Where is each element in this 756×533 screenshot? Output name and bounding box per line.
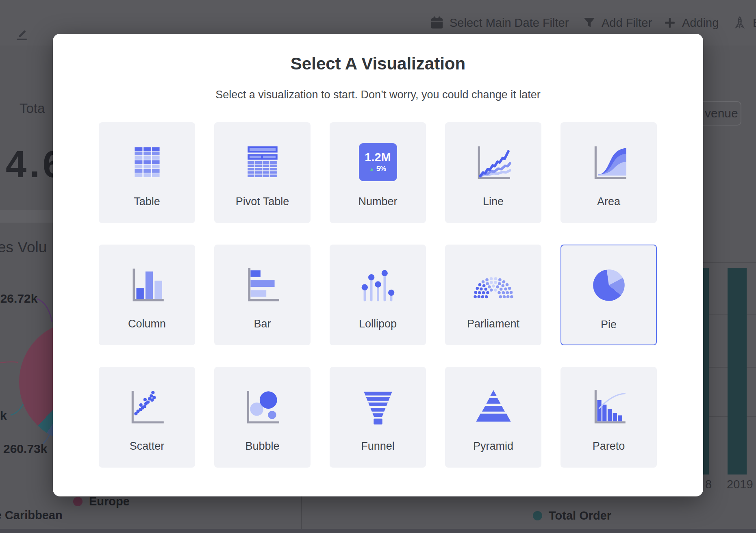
viz-tile-label: Column: [128, 318, 166, 330]
scatter-chart-icon: [126, 386, 168, 427]
viz-tile-label: Bubble: [245, 440, 279, 453]
viz-tile-area[interactable]: Area: [560, 122, 657, 223]
pyramid-chart-icon: [473, 386, 514, 427]
legend-label-europe: Europe: [89, 495, 130, 508]
pie-value-label-top: 226.72k: [0, 292, 37, 306]
viz-tile-label: Table: [134, 195, 160, 208]
modal-title: Select A Visualization: [53, 54, 703, 74]
table-icon: [126, 141, 168, 183]
viz-tile-pivot-table[interactable]: Pivot Table: [214, 122, 311, 223]
area-chart-icon: [588, 141, 630, 183]
viz-tile-bubble[interactable]: Bubble: [214, 367, 311, 468]
viz-tile-table[interactable]: Table: [99, 122, 195, 223]
funnel-chart-icon: [357, 386, 399, 427]
viz-tile-column[interactable]: Column: [99, 245, 195, 345]
legend-item-total-order[interactable]: Total Order: [533, 509, 611, 522]
viz-tile-lollipop[interactable]: Lollipop: [330, 245, 426, 345]
viz-tile-funnel[interactable]: Funnel: [330, 367, 426, 468]
legend-item-europe[interactable]: Europe: [73, 495, 130, 508]
boost-button[interactable]: B: [732, 0, 756, 46]
legend-dot-total-order: [533, 511, 542, 520]
viz-tile-label: Scatter: [130, 440, 165, 453]
select-visualization-modal: Select A Visualization Select a visualiz…: [53, 34, 703, 496]
modal-subtitle: Select a visualization to start. Don’t w…: [53, 89, 703, 101]
visualization-tile-grid: Table Pivot Table: [99, 122, 657, 468]
viz-tile-label: Pareto: [593, 440, 625, 453]
viz-tile-pie[interactable]: Pie: [560, 245, 657, 345]
viz-tile-label: Line: [483, 195, 504, 208]
calendar-icon: [430, 16, 444, 30]
viz-tile-bar[interactable]: Bar: [214, 245, 311, 345]
bar-chart-icon: [242, 264, 283, 305]
section-title-partial: es Volu: [0, 239, 47, 256]
kpi-title-partial: Tota: [20, 101, 45, 116]
legend-label-caribbean-partial: ne Caribbean: [0, 509, 63, 522]
viz-tile-label: Area: [597, 195, 620, 208]
pie-value-label-mid-partial: k: [0, 409, 7, 422]
number-icon-delta: 5%: [376, 165, 387, 173]
pivot-table-icon: [242, 141, 283, 183]
boost-label-partial: B: [753, 16, 756, 30]
revenue-label-partial: venue: [705, 106, 738, 120]
viz-tile-label: Funnel: [361, 440, 395, 453]
lollipop-chart-icon: [357, 264, 399, 305]
legend-label-total-order: Total Order: [549, 509, 611, 522]
viz-tile-label: Pie: [601, 318, 617, 331]
pie-value-label-bottom: 260.73k: [3, 442, 47, 456]
pareto-chart-icon: [588, 386, 630, 427]
column-chart-icon: [126, 264, 168, 305]
viz-tile-label: Bar: [254, 318, 271, 330]
number-icon-value: 1.2M: [365, 151, 391, 164]
viz-tile-label: Parliament: [467, 318, 519, 330]
rocket-icon: [732, 15, 747, 30]
bottom-strip: [0, 529, 756, 533]
plus-icon: [663, 16, 676, 29]
add-filter-label: Add Filter: [602, 16, 652, 30]
card-divider-vertical: [301, 496, 302, 533]
x-axis-label-2018-partial: 8: [705, 478, 712, 491]
bubble-chart-icon: [242, 386, 283, 427]
legend-item-caribbean-partial[interactable]: ne Caribbean: [0, 509, 63, 522]
line-chart-icon: [473, 141, 514, 183]
viz-tile-parliament[interactable]: Parliament: [445, 245, 541, 345]
x-axis-label-2019: 2019: [727, 478, 753, 491]
pie-chart-icon: [588, 264, 630, 306]
viz-tile-label: Pivot Table: [236, 195, 289, 208]
background-bar-2019: [728, 268, 747, 474]
funnel-icon: [583, 16, 596, 29]
viz-tile-line[interactable]: Line: [445, 122, 541, 223]
viz-tile-pyramid[interactable]: Pyramid: [445, 367, 541, 468]
viz-tile-number[interactable]: 1.2M ▲ 5% Number: [330, 122, 426, 223]
viz-tile-scatter[interactable]: Scatter: [99, 367, 195, 468]
legend-dot-europe: [73, 497, 83, 506]
pencil-icon[interactable]: [15, 27, 28, 41]
viz-tile-label: Number: [358, 195, 397, 208]
viz-tile-label: Pyramid: [473, 440, 513, 453]
viz-tile-label: Lollipop: [359, 318, 397, 330]
select-main-date-filter-label: Select Main Date Filter: [450, 16, 569, 30]
up-triangle-icon: ▲: [369, 166, 374, 172]
number-icon: 1.2M ▲ 5%: [359, 143, 397, 181]
adding-label: Adding: [682, 16, 719, 30]
parliament-chart-icon: [471, 264, 516, 305]
viz-tile-pareto[interactable]: Pareto: [560, 367, 657, 468]
